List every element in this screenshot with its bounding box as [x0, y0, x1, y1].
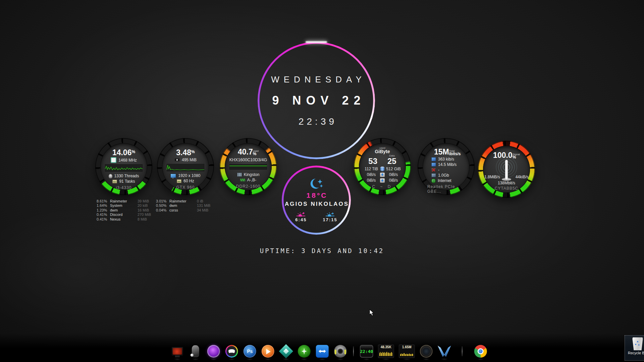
uptime-text: UPTIME: 3 DAYS AND 10:42	[260, 247, 384, 254]
dock: Ps 22:40 48.35K 1.65M	[171, 343, 487, 360]
recycle-bin-label: Recycle Bin	[628, 351, 644, 355]
disk-d-write: 0iB/s	[389, 178, 398, 183]
disk-c-read: 0iB/s	[367, 172, 376, 177]
disk-d-used: 25	[387, 157, 396, 165]
headset-icon[interactable]	[334, 345, 347, 358]
disk-write-icon	[380, 178, 385, 183]
tray-clock-widget[interactable]: 22:40	[360, 345, 373, 358]
disk-drives-label: C ~ D	[372, 184, 392, 189]
network-graph-widget[interactable]: 1.65M	[399, 345, 415, 358]
cpu-threads: 1330 Threads	[114, 173, 139, 179]
process-row: 1.64%System20 kiB	[97, 203, 156, 208]
gpu-process-list: 3.01%Rainmeter0 iB 0.50%dwm131 MiB 0.04%…	[156, 199, 216, 213]
process-row: 0.41%Nexus8 MiB	[97, 217, 156, 222]
network-total-value: 15M Totalibits/s	[434, 148, 461, 156]
clock-date: 9 NOV 22	[267, 94, 365, 108]
photoshop-icon[interactable]: Ps	[243, 345, 257, 358]
weather-location: AGIOS NIKOLAOS	[284, 201, 349, 207]
gpu-gauge-face: 3.48% 495 MiB 644 x 362 60 Hz GTX 960	[162, 143, 209, 190]
discord-icon[interactable]	[225, 345, 238, 358]
teamviewer-icon[interactable]	[316, 345, 329, 358]
disk-drive-icon	[380, 167, 384, 171]
cpu-process-list: 8.61%Rainmeter39 MiB 1.64%System20 kiB 1…	[97, 199, 156, 222]
wifi-down-speed: 1.8MiB/s	[484, 175, 500, 179]
moon-stars-icon	[309, 178, 324, 190]
teal-diamond-icon[interactable]	[279, 345, 293, 358]
green-launcher-icon[interactable]	[298, 345, 311, 358]
dark-emblem-icon[interactable]	[420, 345, 433, 358]
statuette-icon[interactable]	[189, 345, 202, 358]
disk-gauge[interactable]: used GiByte 53 Data 25 112 TiB 512 GiB 0…	[354, 138, 411, 195]
ram-usage-value: 40.7 used%	[238, 148, 259, 156]
ram-gauge-face: 40.7 used% KHX1600C10D3/4G Kingston A-,B…	[225, 143, 272, 190]
gpu-chip-icon	[174, 158, 180, 162]
clock-face: WEDNESDAY 9 NOV 22 22:39	[258, 42, 375, 159]
wifi-gauge[interactable]: 100.0 Signal% 1.8MiB/s 44kiB/s 138Mbit/s…	[478, 141, 535, 198]
disk-unit-header: GiByte	[375, 150, 390, 153]
net-lan-speed: 1.0Gb	[438, 173, 449, 178]
cpu-gauge-face: 14.06% 1468 MHz 1330 Threads 91 Tasks i3…	[100, 143, 147, 190]
clock-widget[interactable]: WEDNESDAY 9 NOV 22 22:39	[258, 42, 375, 159]
chrome-icon[interactable]	[474, 345, 487, 358]
gpu-resolution: 644 x 362	[178, 173, 200, 178]
ram-gauge[interactable]: 40.7 used% KHX1600C10D3/4G Kingston A-,B…	[220, 138, 277, 195]
orange-player-icon[interactable]	[261, 345, 275, 358]
net-upload: 363 kib/s	[438, 157, 454, 162]
dock-separator	[353, 346, 354, 356]
wifi-link-speed: 138Mbit/s	[483, 181, 530, 185]
computer-icon[interactable]	[171, 345, 184, 358]
tasks-icon	[112, 180, 117, 183]
dock-separator	[462, 346, 463, 356]
cpu-usage-value: 14.06%	[112, 148, 135, 157]
cpu-gauge[interactable]: 14.06% 1468 MHz 1330 Threads 91 Tasks i3…	[95, 138, 152, 195]
cpu-graph-widget[interactable]: 48.35K	[378, 345, 394, 358]
ram-type-label: DDR2-1600	[236, 184, 260, 189]
ram-module: KHX1600C10D3/4G	[229, 157, 267, 163]
gpu-history-graph	[167, 164, 204, 171]
weather-temperature: 18°C	[305, 191, 328, 199]
disk-read-icon	[380, 173, 385, 177]
upload-icon	[431, 157, 436, 161]
lan-icon	[431, 173, 436, 177]
gpu-usage-value: 3.48%	[176, 148, 195, 157]
cpu-history-graph	[105, 164, 143, 172]
disk-gauge-face: used GiByte 53 Data 25 112 TiB 512 GiB 0…	[359, 143, 406, 190]
ram-stick-icon	[237, 173, 242, 177]
wifi-gauge-face: 100.0 Signal% 1.8MiB/s 44kiB/s 138Mbit/s…	[483, 146, 530, 193]
weather-widget[interactable]: 18°C AGIOS NIKOLAOS 6:45 17:15	[282, 166, 351, 235]
no-network-icon	[431, 168, 436, 172]
ram-slots: A-,B-	[247, 177, 256, 183]
sunrise-time: 6:45	[295, 217, 307, 222]
weather-face: 18°C AGIOS NIKOLAOS 6:45 17:15	[282, 166, 351, 235]
network-gauge[interactable]: 15M Totalibits/s 363 kib/s 14.5 Mib/s - …	[418, 138, 475, 195]
gpu-model-label: GTX 960	[176, 185, 195, 190]
net-internet: Internet	[438, 178, 451, 183]
sunset-time: 17:15	[323, 217, 337, 222]
refresh-rate-icon	[177, 179, 181, 183]
cpu-model-label: i3-4330	[116, 185, 131, 190]
gpu-refresh: 60 Hz	[183, 178, 194, 184]
gpu-gauge[interactable]: 3.48% 495 MiB 644 x 362 60 Hz GTX 960	[157, 138, 214, 195]
sunrise-icon	[297, 212, 305, 217]
internet-globe-icon	[431, 179, 436, 183]
mouse-cursor	[369, 309, 376, 316]
recycle-bin[interactable]: Recycle Bin	[625, 335, 644, 361]
process-row: 0.04%csrss34 MiB	[156, 208, 216, 213]
wifi-up-speed: 44kiB/s	[516, 175, 529, 179]
clock-weekday: WEDNESDAY	[267, 74, 366, 85]
net-unknown: -	[438, 167, 439, 173]
net-download: 14.5 Mib/s	[438, 162, 457, 167]
disk-d-read: 0iB/s	[389, 172, 398, 177]
download-icon	[431, 163, 436, 167]
purple-player-icon[interactable]	[207, 345, 220, 358]
network-adapter-label: Realtek PCIe GBE...	[427, 184, 470, 194]
sunset-icon	[326, 212, 334, 217]
crystal-wings-icon[interactable]	[438, 345, 451, 358]
recycle-symbol-icon	[634, 340, 641, 347]
clock-time: 22:39	[296, 116, 337, 127]
disk-c-used: 53	[368, 157, 377, 165]
wifi-ssid-label: CYTABB5C	[483, 186, 530, 191]
ram-history-graph	[229, 164, 267, 170]
ram-slots-icon	[240, 179, 245, 181]
process-row: 0.41%Discord270 MiB	[97, 213, 156, 217]
